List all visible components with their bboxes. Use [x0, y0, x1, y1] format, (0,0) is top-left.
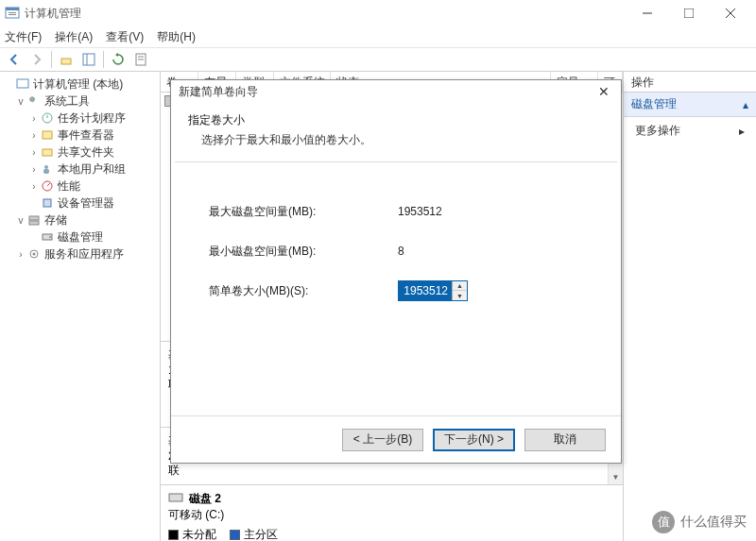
tree-diskmgmt[interactable]: 磁盘管理 — [2, 228, 158, 245]
disk-name: 磁盘 2 — [189, 491, 221, 507]
watermark-icon: 值 — [652, 511, 675, 533]
tree-root[interactable]: 计算机管理 (本地) — [2, 76, 158, 93]
legend-primary: 主分区 — [244, 527, 278, 541]
menu-view[interactable]: 查看(V) — [106, 29, 144, 45]
svg-point-29 — [33, 253, 36, 256]
tree-performance[interactable]: ›性能 — [2, 178, 158, 194]
svg-rect-3 — [9, 14, 16, 15]
chevron-right-icon: ▸ — [739, 125, 745, 138]
max-space-label: 最大磁盘空间量(MB): — [209, 204, 398, 220]
navigation-tree: 计算机管理 (本地) v系统工具 ›任务计划程序 ›事件查看器 ›共享文件夹 ›… — [0, 72, 161, 541]
svg-rect-24 — [29, 216, 39, 220]
app-icon — [5, 6, 20, 21]
up-button[interactable] — [56, 49, 77, 70]
actions-pane: 操作 磁盘管理 ▴ 更多操作 ▸ — [624, 72, 756, 541]
svg-rect-25 — [29, 221, 39, 225]
svg-point-27 — [49, 236, 51, 238]
svg-rect-23 — [43, 199, 51, 207]
dialog-subheading: 选择介于最大和最小值的卷大小。 — [188, 132, 604, 148]
wrench-icon — [26, 93, 42, 109]
close-button[interactable] — [710, 0, 751, 26]
dialog-heading: 指定卷大小 — [188, 112, 604, 128]
actions-more[interactable]: 更多操作 ▸ — [624, 117, 756, 144]
performance-icon — [40, 178, 55, 194]
computer-icon — [15, 76, 30, 92]
svg-rect-20 — [43, 169, 49, 174]
cancel-button[interactable]: 取消 — [524, 429, 606, 451]
services-icon — [26, 246, 42, 262]
back-button[interactable] — [4, 49, 25, 70]
tree-systools[interactable]: v系统工具 — [2, 93, 158, 110]
menu-help[interactable]: 帮助(H) — [157, 29, 196, 45]
svg-rect-9 — [83, 54, 94, 65]
new-volume-wizard-dialog: 新建简单卷向导 ✕ 指定卷大小 选择介于最大和最小值的卷大小。 最大磁盘空间量(… — [170, 79, 622, 464]
disk-icon — [168, 491, 183, 507]
volume-size-input[interactable] — [399, 281, 452, 300]
properties-button[interactable] — [130, 49, 151, 70]
clock-icon — [40, 110, 55, 126]
maximize-button[interactable] — [668, 0, 710, 26]
min-space-value: 8 — [398, 245, 404, 258]
spin-down-icon[interactable]: ▼ — [453, 291, 467, 300]
menu-file[interactable]: 文件(F) — [5, 29, 42, 45]
dialog-close-button[interactable]: ✕ — [594, 84, 613, 99]
spin-up-icon[interactable]: ▲ — [453, 281, 467, 291]
svg-rect-30 — [169, 494, 182, 501]
dialog-title: 新建简单卷向导 — [179, 84, 594, 100]
svg-point-19 — [44, 165, 48, 169]
menu-action[interactable]: 操作(A) — [55, 29, 93, 45]
collapse-icon[interactable]: ▴ — [743, 98, 748, 111]
tree-scheduler[interactable]: ›任务计划程序 — [2, 110, 158, 127]
svg-line-22 — [47, 183, 50, 186]
actions-title: 操作 — [624, 72, 756, 93]
volume-size-label: 简单卷大小(MB)(S): — [209, 283, 398, 299]
folder-share-icon — [40, 144, 55, 160]
svg-rect-8 — [61, 59, 71, 64]
forward-button[interactable] — [26, 49, 47, 70]
toolbar — [0, 47, 756, 72]
menubar: 文件(F) 操作(A) 查看(V) 帮助(H) — [0, 26, 756, 47]
dialog-titlebar[interactable]: 新建简单卷向导 ✕ — [171, 80, 621, 103]
min-space-label: 最小磁盘空间量(MB): — [209, 244, 398, 260]
device-icon — [40, 195, 55, 211]
svg-rect-17 — [43, 131, 52, 139]
event-icon — [40, 127, 55, 143]
svg-rect-5 — [684, 8, 694, 18]
tree-storage[interactable]: v存储 — [2, 211, 158, 228]
storage-icon — [26, 212, 42, 228]
actions-header[interactable]: 磁盘管理 ▴ — [624, 93, 756, 117]
svg-rect-14 — [17, 79, 28, 88]
users-icon — [40, 161, 55, 177]
show-hide-button[interactable] — [78, 49, 99, 70]
disk-footer: 磁盘 2 可移动 (C:) 未分配 主分区 — [161, 484, 623, 541]
disk-icon — [40, 229, 55, 245]
refresh-button[interactable] — [108, 49, 129, 70]
tree-eventviewer[interactable]: ›事件查看器 — [2, 127, 158, 144]
max-space-value: 1953512 — [398, 205, 442, 218]
minimize-button[interactable] — [627, 0, 668, 26]
next-button[interactable]: 下一步(N) > — [433, 429, 515, 451]
tree-localusers[interactable]: ›本地用户和组 — [2, 161, 158, 178]
tree-devicemgr[interactable]: 设备管理器 — [2, 194, 158, 211]
legend-unalloc: 未分配 — [182, 527, 216, 541]
svg-rect-1 — [6, 8, 19, 10]
window-title: 计算机管理 — [25, 6, 627, 22]
svg-rect-18 — [43, 149, 52, 156]
watermark-text: 什么值得买 — [680, 514, 747, 531]
back-button[interactable]: < 上一步(B) — [342, 429, 423, 451]
scroll-down-icon[interactable]: ▼ — [609, 469, 623, 484]
watermark: 值 什么值得买 — [652, 511, 747, 533]
window-titlebar: 计算机管理 — [0, 0, 756, 26]
svg-rect-2 — [9, 12, 16, 13]
tree-sharedfolders[interactable]: ›共享文件夹 — [2, 144, 158, 161]
tree-services[interactable]: ›服务和应用程序 — [2, 245, 158, 262]
disk-type: 可移动 (C:) — [168, 507, 615, 523]
volume-size-spinner[interactable]: ▲ ▼ — [398, 280, 468, 301]
